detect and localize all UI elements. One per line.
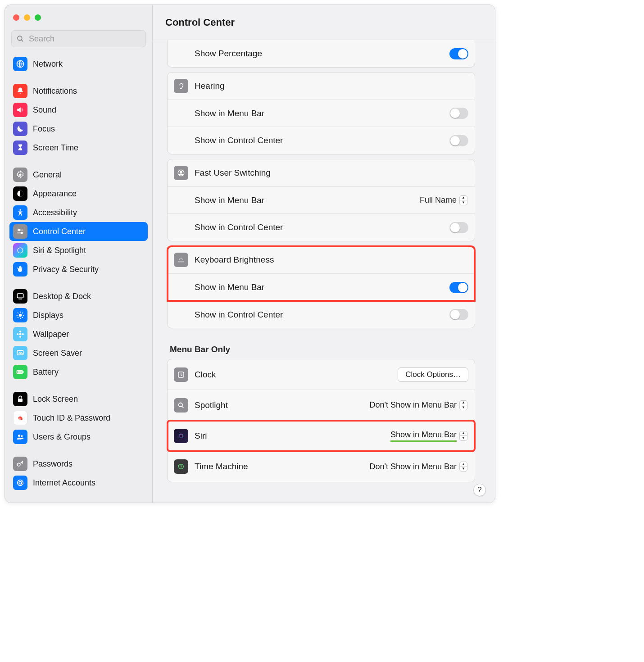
menu-bar-only-group: Clock Clock Options… Spotlight Don't Sho…: [167, 359, 475, 482]
sidebar-item-label: Focus: [33, 124, 55, 134]
sidebar-item-notifications[interactable]: Notifications: [9, 82, 148, 100]
row-label: Show in Menu Bar: [195, 109, 449, 118]
screensaver-icon: [13, 346, 27, 360]
search-field[interactable]: [11, 30, 146, 47]
group-title: Keyboard Brightness: [195, 255, 274, 265]
group-header-keyboard: Keyboard Brightness: [168, 246, 475, 274]
hand-icon: [13, 262, 27, 277]
row-label: Siri: [195, 431, 387, 441]
svg-line-18: [18, 313, 18, 313]
sidebar-item-displays[interactable]: Displays: [9, 306, 148, 325]
battery-group-tail: Show Percentage: [167, 40, 475, 68]
sidebar-item-label: Privacy & Security: [33, 265, 99, 274]
sidebar-item-privacy-security[interactable]: Privacy & Security: [9, 260, 148, 279]
sidebar-item-internet-accounts[interactable]: Internet Accounts: [9, 473, 148, 492]
sidebar-item-appearance[interactable]: Appearance: [9, 184, 148, 203]
sidebar-item-screen-time[interactable]: Screen Time: [9, 138, 148, 157]
sidebar-item-sound[interactable]: Sound: [9, 100, 148, 119]
sidebar-item-label: Wallpaper: [33, 330, 69, 339]
sidebar-item-battery[interactable]: Battery: [9, 363, 148, 381]
hearing-group: Hearing Show in Menu Bar Show in Control…: [167, 72, 475, 154]
select-fast-user-menu[interactable]: Full Name ▲▼: [416, 195, 468, 206]
row-keyboard-menu: Show in Menu Bar: [168, 274, 475, 301]
sidebar-item-label: Lock Screen: [33, 394, 78, 404]
hourglass-icon: [13, 141, 27, 155]
svg-point-43: [179, 403, 182, 406]
chevron-up-down-icon: ▲▼: [459, 400, 467, 410]
ear-icon: [174, 79, 188, 93]
select-value: Don't Show in Menu Bar: [369, 400, 457, 410]
sidebar-item-label: Notifications: [33, 86, 77, 96]
search-icon: [16, 35, 24, 43]
battery-icon: [13, 365, 27, 379]
select-spotlight[interactable]: Don't Show in Menu Bar ▲▼: [366, 399, 468, 411]
row-label: Show in Menu Bar: [195, 195, 416, 205]
row-label: Spotlight: [195, 400, 366, 410]
sidebar-item-label: Screen Saver: [33, 349, 82, 358]
svg-point-7: [18, 229, 20, 231]
sidebar-item-label: Network: [33, 59, 63, 69]
group-header-hearing: Hearing: [168, 73, 475, 100]
sidebar-item-control-center[interactable]: Control Center: [9, 222, 148, 241]
toggle-hearing-menu[interactable]: [449, 108, 468, 119]
svg-rect-30: [23, 371, 24, 372]
toggle-hearing-cc[interactable]: [449, 135, 468, 146]
close-button[interactable]: [13, 14, 19, 21]
sidebar-item-label: Displays: [33, 311, 63, 320]
row-keyboard-cc: Show in Control Center: [168, 301, 475, 328]
sidebar-item-general[interactable]: General: [9, 165, 148, 184]
svg-point-37: [180, 171, 182, 173]
select-time-machine[interactable]: Don't Show in Menu Bar ▲▼: [366, 461, 468, 472]
svg-point-33: [21, 435, 23, 437]
chevron-up-down-icon: ▲▼: [459, 462, 467, 472]
sidebar-item-users-groups[interactable]: Users & Groups: [9, 427, 148, 446]
select-value: Full Name: [420, 195, 457, 205]
sidebar-item-desktop-dock[interactable]: Desktop & Dock: [9, 287, 148, 306]
svg-point-34: [17, 463, 20, 466]
brightness-icon: [13, 308, 27, 322]
accessibility-icon: [13, 205, 27, 220]
toggle-keyboard-cc[interactable]: [449, 309, 468, 320]
sidebar-item-lock-screen[interactable]: Lock Screen: [9, 390, 148, 408]
fast-user-group: Fast User Switching Show in Menu Bar Ful…: [167, 159, 475, 241]
sidebar-item-wallpaper[interactable]: Wallpaper: [9, 325, 148, 344]
globe-icon: [13, 57, 27, 71]
row-hearing-cc: Show in Control Center: [168, 127, 475, 154]
select-siri[interactable]: Show in Menu Bar ▲▼: [387, 429, 468, 443]
help-button[interactable]: ?: [473, 484, 486, 496]
svg-point-22: [19, 333, 22, 336]
sidebar-item-touch-id[interactable]: Touch ID & Password: [9, 408, 148, 427]
sidebar: Network Notifications Sound Focus Screen…: [5, 5, 153, 503]
sidebar-item-siri-spotlight[interactable]: Siri & Spotlight: [9, 241, 148, 260]
svg-line-21: [18, 317, 18, 318]
zoom-button[interactable]: [35, 14, 41, 21]
search-input[interactable]: [28, 34, 141, 44]
sidebar-item-label: General: [33, 170, 62, 180]
sidebar-item-accessibility[interactable]: Accessibility: [9, 203, 148, 222]
toggle-show-percentage[interactable]: [449, 48, 468, 59]
svg-rect-12: [18, 299, 22, 299]
section-title-menu-bar-only: Menu Bar Only: [170, 345, 475, 354]
row-time-machine: Time Machine Don't Show in Menu Bar ▲▼: [168, 451, 475, 482]
fingerprint-icon: [13, 411, 27, 425]
toggle-fast-user-cc[interactable]: [449, 222, 468, 233]
toggle-keyboard-menu[interactable]: [449, 282, 468, 293]
content-scroll[interactable]: Show Percentage Hearing Show in Menu Bar: [153, 40, 495, 503]
row-label: Clock: [195, 370, 398, 380]
select-value: Show in Menu Bar: [390, 430, 457, 442]
clock-options-button[interactable]: Clock Options…: [398, 367, 468, 382]
sidebar-item-label: Appearance: [33, 189, 77, 199]
row-label: Show Percentage: [195, 49, 449, 59]
sidebar-list[interactable]: Network Notifications Sound Focus Screen…: [5, 53, 152, 503]
sidebar-item-network[interactable]: Network: [9, 54, 148, 73]
sidebar-item-focus[interactable]: Focus: [9, 119, 148, 138]
row-siri: Siri Show in Menu Bar ▲▼: [168, 421, 475, 451]
page-title: Control Center: [165, 17, 235, 28]
highlight-keyboard-brightness: Keyboard Brightness Show in Menu Bar: [168, 246, 475, 301]
svg-point-9: [21, 232, 23, 234]
row-fast-user-cc: Show in Control Center: [168, 214, 475, 241]
sidebar-item-passwords[interactable]: Passwords: [9, 454, 148, 473]
dock-icon: [13, 289, 27, 304]
sidebar-item-screen-saver[interactable]: Screen Saver: [9, 344, 148, 363]
minimize-button[interactable]: [24, 14, 30, 21]
